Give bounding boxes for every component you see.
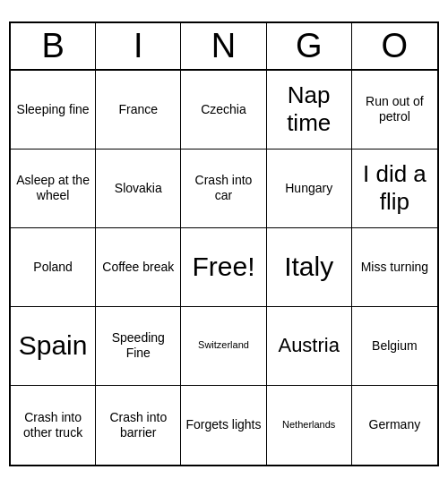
bingo-cell-5: Asleep at the wheel [11,150,96,228]
bingo-cell-7: Crash into car [181,150,266,228]
bingo-cell-20: Crash into other truck [11,386,96,465]
bingo-cell-10: Poland [11,228,96,307]
bingo-cell-22: Forgets lights [181,386,266,465]
bingo-cell-13: Italy [267,228,352,307]
bingo-cell-16: Speeding Fine [96,307,181,386]
bingo-cell-14: Miss turning [352,228,437,307]
bingo-letter-o: O [352,23,437,69]
bingo-cell-15: Spain [11,307,96,386]
bingo-header: BINGO [11,23,437,71]
bingo-cell-9: I did a flip [352,150,437,228]
bingo-card: BINGO Sleeping fineFranceCzechiaNap time… [9,21,439,466]
bingo-cell-6: Slovakia [96,150,181,228]
bingo-cell-12: Free! [181,228,266,307]
bingo-cell-21: Crash into barrier [96,386,181,465]
bingo-cell-23: Netherlands [267,386,352,465]
bingo-cell-4: Run out of petrol [352,71,437,150]
bingo-cell-1: France [96,71,181,150]
bingo-letter-b: B [11,23,96,69]
bingo-cell-18: Austria [267,307,352,386]
bingo-cell-19: Belgium [352,307,437,386]
bingo-cell-2: Czechia [181,71,266,150]
bingo-grid: Sleeping fineFranceCzechiaNap timeRun ou… [11,71,437,465]
bingo-cell-17: Switzerland [181,307,266,386]
bingo-cell-0: Sleeping fine [11,71,96,150]
bingo-letter-i: I [96,23,181,69]
bingo-cell-8: Hungary [267,150,352,228]
bingo-cell-3: Nap time [267,71,352,150]
bingo-cell-24: Germany [352,386,437,465]
bingo-letter-n: N [181,23,266,69]
bingo-cell-11: Coffee break [96,228,181,307]
bingo-letter-g: G [267,23,352,69]
